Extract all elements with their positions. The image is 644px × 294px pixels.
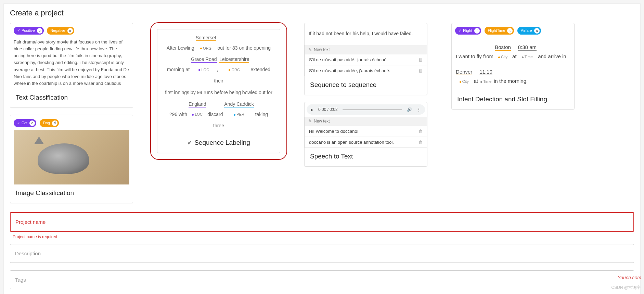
chip-flighttime[interactable]: FlightTimet [485,27,514,35]
audio-time: 0:00 / 0:02 [318,107,338,112]
transcript-row: doccano is an open source annotation too… [305,137,427,148]
card-sequence-labeling[interactable]: After bowling SomersetORG out for 83 on … [157,29,280,153]
card-title-seq2seq: Sequence to sequence [305,76,427,95]
delete-icon[interactable]: 🗑 [418,68,423,73]
project-name-input[interactable]: Project name [10,212,634,232]
chip-dog[interactable]: Dogd [40,119,59,127]
csdn-credit: CSDN @常鸿宇 [611,285,641,291]
audio-seekbar[interactable] [343,109,402,110]
pencil-icon [308,119,312,124]
card-text-classification[interactable]: Positivep Negativen Fair drama/love stor… [10,23,133,108]
watermark: Yuucn.com [617,275,641,280]
create-project-page: Create a project Positivep Negativen Fai… [3,3,641,294]
delete-icon[interactable]: 🗑 [418,129,423,134]
chip-negative[interactable]: Negativen [47,27,74,35]
card-title-speech: Speech to Text [305,148,427,166]
audio-player[interactable]: 0:00 / 0:02 [307,104,425,115]
card-image-classification[interactable]: Catc Dogd Image Classification [10,115,133,203]
more-icon[interactable] [417,107,421,112]
delete-icon[interactable]: 🗑 [418,57,423,62]
seq2seq-source: If it had not been for his help, I would… [305,23,427,45]
chip-airfare[interactable]: Airfarea [517,27,541,35]
translation-row: S'il ne m'avait pas aidé, j'aurais échou… [305,54,427,65]
chip-cat[interactable]: Catc [14,119,36,127]
play-icon[interactable] [311,107,313,112]
delete-icon[interactable]: 🗑 [418,140,423,145]
project-name-error: Project name is required [13,234,634,239]
tags-input[interactable]: Tags [10,270,634,289]
card-grid: Positivep Negativen Fair drama/love stor… [10,23,634,203]
check-icon: ✔ [187,139,192,146]
chip-positive[interactable]: Positivep [14,27,44,35]
card-title-intent-slot: Intent Detection and Slot Filling [452,91,574,109]
text-class-sample: Fair drama/love story movie that focuses… [14,39,129,87]
transcript-row: Hi! Welcome to doccano!🗑 [305,126,427,137]
sample-image [14,130,129,184]
description-input[interactable]: Description [10,244,634,263]
card-intent-slot[interactable]: Flightf FlightTimet Airfarea I want to f… [451,23,575,110]
chip-flight[interactable]: Flightf [455,27,481,35]
card-title-text-class: Text Classification [10,89,133,107]
pencil-icon [308,47,312,52]
page-title: Create a project [10,9,634,17]
card-seq2seq[interactable]: If it had not been for his help, I would… [304,23,427,95]
new-text-label[interactable]: New text [314,119,330,124]
card-speech-to-text[interactable]: 0:00 / 0:02 New text Hi! Welcome to docc… [304,102,427,167]
new-text-label[interactable]: New text [314,47,330,52]
card-title-image-class: Image Classification [10,184,133,203]
volume-icon[interactable] [407,107,412,112]
card-title-seq-label: Sequence Labeling [194,139,250,146]
translation-row: S'il ne m'avait pas aidée, j'aurais écho… [305,65,427,76]
